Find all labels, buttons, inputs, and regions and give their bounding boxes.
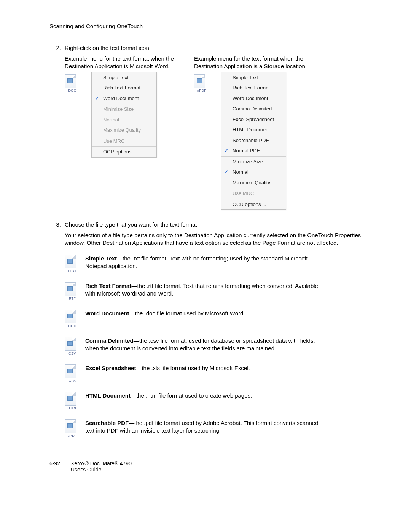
format-row: sPDFSearchable PDF—the .pdf file format … bbox=[65, 419, 373, 438]
format-icon-col: XLS bbox=[65, 364, 80, 383]
format-name: Searchable PDF bbox=[85, 420, 129, 426]
format-description: —the .doc file format used by Microsoft … bbox=[129, 310, 245, 316]
example-storage: Example menu for the text format when th… bbox=[194, 55, 308, 210]
page-number: 6-92 bbox=[49, 460, 65, 473]
menu-item[interactable]: Minimize Size bbox=[221, 157, 286, 167]
menu-item-label: Maximize Quality bbox=[103, 127, 141, 133]
menu-item: Use MRC bbox=[221, 188, 286, 199]
format-text: Comma Delimited—the .csv file format; us… bbox=[85, 337, 321, 355]
format-name: Comma Delimited bbox=[85, 337, 134, 344]
file-icon bbox=[65, 255, 76, 268]
format-icon-col: DOC bbox=[65, 310, 80, 328]
example-caption: Example menu for the text format when th… bbox=[194, 55, 308, 70]
check-icon: ✓ bbox=[95, 95, 99, 102]
format-name: Simple Text bbox=[85, 255, 117, 262]
example-caption: Example menu for the text format when th… bbox=[65, 55, 179, 70]
format-icon-doc: DOC bbox=[65, 74, 80, 93]
menu-item-label: Normal PDF bbox=[233, 148, 260, 153]
format-name: Rich Text Format bbox=[85, 283, 131, 289]
menu-item-label: Rich Text Format bbox=[233, 85, 270, 91]
doc-file-label: DOC bbox=[65, 89, 80, 93]
menu-item[interactable]: Excel Spreadsheet bbox=[221, 114, 286, 125]
format-icon-col: TEXT bbox=[65, 255, 80, 273]
format-icon-col: sPDF bbox=[65, 419, 80, 438]
step-number: 3. bbox=[49, 221, 65, 228]
menu-item-label: Word Document bbox=[233, 96, 268, 101]
menu-item: Minimize Size bbox=[92, 104, 156, 115]
menu-item-label: Simple Text bbox=[233, 75, 258, 80]
doc-file-icon bbox=[65, 74, 76, 88]
format-icon-npdf: nPDF bbox=[194, 74, 209, 93]
menu-item: Normal bbox=[92, 115, 156, 125]
menu-item-label: Normal bbox=[103, 117, 119, 123]
menu-item-label: Rich Text Format bbox=[103, 85, 140, 91]
format-row: RTFRich Text Format—the .rtf file format… bbox=[65, 282, 373, 300]
footer-doc-title: User's Guide bbox=[71, 466, 132, 473]
menu-item: Maximize Quality bbox=[92, 125, 156, 136]
format-text: Searchable PDF—the .pdf file format used… bbox=[85, 419, 321, 438]
footer-product: Xerox® DocuMate® 4790 bbox=[71, 460, 132, 466]
format-description: —the .txt file format. Text with no form… bbox=[85, 255, 308, 269]
menu-item-label: OCR options ... bbox=[233, 201, 266, 207]
format-row: TEXTSimple Text—the .txt file format. Te… bbox=[65, 255, 373, 273]
menu-item[interactable]: Rich Text Format bbox=[92, 83, 156, 93]
step-3: 3. Choose the file type that you want fo… bbox=[49, 221, 373, 228]
format-text: Word Document—the .doc file format used … bbox=[85, 310, 321, 328]
check-icon: ✓ bbox=[224, 168, 228, 176]
format-icon-col: HTML bbox=[65, 392, 80, 410]
menu-item-label: Use MRC bbox=[233, 190, 254, 196]
file-icon bbox=[65, 364, 76, 378]
menu-item-label: Searchable PDF bbox=[233, 137, 269, 143]
menu-item-label: HTML Document bbox=[233, 127, 270, 133]
format-text: HTML Document—the .htm file format used … bbox=[85, 392, 321, 410]
menu-item: Use MRC bbox=[92, 136, 156, 147]
file-icon bbox=[65, 337, 76, 351]
file-icon-label: CSV bbox=[65, 351, 80, 355]
file-icon bbox=[65, 310, 76, 323]
menu-item-label: Comma Delimited bbox=[233, 106, 272, 112]
format-descriptions: TEXTSimple Text—the .txt file format. Te… bbox=[65, 255, 373, 438]
format-text: Excel Spreadsheet—the .xls file format u… bbox=[85, 364, 321, 383]
menu-item[interactable]: ✓Normal bbox=[221, 167, 286, 177]
menu-item-label: OCR options ... bbox=[103, 149, 137, 155]
menu-item-label: Excel Spreadsheet bbox=[233, 117, 274, 122]
menu-item[interactable]: ✓Word Document bbox=[92, 93, 156, 104]
file-icon-label: RTF bbox=[65, 297, 80, 300]
page-footer: 6-92 Xerox® DocuMate® 4790 User's Guide bbox=[49, 460, 373, 473]
menu-item[interactable]: Searchable PDF bbox=[221, 135, 286, 146]
example-word: Example menu for the text format when th… bbox=[65, 55, 179, 210]
menu-item-label: Word Document bbox=[103, 96, 139, 101]
menu-item[interactable]: OCR options ... bbox=[92, 147, 156, 157]
menu-item[interactable]: Rich Text Format bbox=[221, 83, 286, 93]
npdf-file-icon bbox=[194, 74, 206, 88]
menu-item[interactable]: Word Document bbox=[221, 93, 286, 104]
format-text: Simple Text—the .txt file format. Text w… bbox=[85, 255, 321, 273]
file-icon bbox=[65, 282, 76, 296]
menu-item[interactable]: Simple Text bbox=[92, 72, 156, 83]
step-text: Right-click on the text format icon. bbox=[65, 45, 373, 51]
step-3-body: Your selection of a file type pertains o… bbox=[65, 232, 373, 247]
menu-item-label: Minimize Size bbox=[233, 159, 263, 165]
format-name: Word Document bbox=[85, 310, 129, 316]
format-icon-col: RTF bbox=[65, 282, 80, 300]
file-icon-label: TEXT bbox=[65, 269, 80, 273]
step-number: 2. bbox=[49, 45, 65, 51]
menu-item[interactable]: Comma Delimited bbox=[221, 104, 286, 114]
file-icon-label: sPDF bbox=[65, 434, 80, 438]
format-name: Excel Spreadsheet bbox=[85, 365, 136, 371]
format-text: Rich Text Format—the .rtf file format. T… bbox=[85, 282, 321, 300]
menu-item[interactable]: Simple Text bbox=[221, 72, 286, 83]
menu-item[interactable]: Maximize Quality bbox=[221, 177, 286, 188]
menu-item-label: Use MRC bbox=[103, 138, 124, 144]
menu-item[interactable]: HTML Document bbox=[221, 125, 286, 135]
file-icon bbox=[65, 392, 76, 406]
menu-item-label: Maximize Quality bbox=[233, 180, 270, 185]
section-header: Scanning and Configuring OneTouch bbox=[49, 23, 373, 29]
file-icon-label: DOC bbox=[65, 324, 80, 328]
npdf-file-label: nPDF bbox=[194, 89, 209, 93]
file-icon bbox=[65, 419, 76, 433]
menu-item[interactable]: OCR options ... bbox=[221, 199, 286, 210]
menu-item-label: Simple Text bbox=[103, 75, 129, 80]
menu-item[interactable]: ✓Normal PDF bbox=[221, 145, 286, 156]
format-icon-col: CSV bbox=[65, 337, 80, 355]
